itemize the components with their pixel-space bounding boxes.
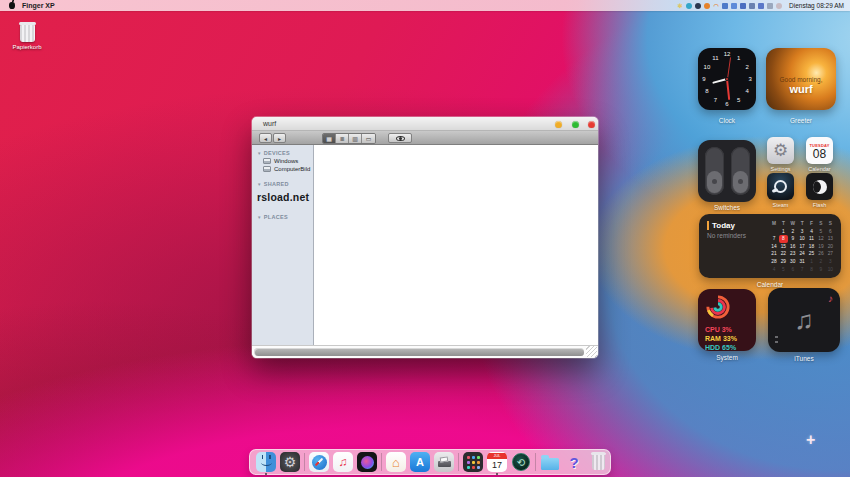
settings-app-icon[interactable]: ⚙ [767,137,794,164]
itunes-widget[interactable]: ♫ ♪ [768,288,840,352]
calendar-day-cell[interactable]: 20 [826,243,835,251]
window-titlebar[interactable]: wurf [252,117,598,131]
trash-icon[interactable] [588,452,608,472]
calendar-day-cell[interactable]: 11 [807,235,816,243]
home-icon[interactable]: ⌂ [386,452,406,472]
sidebar-item-Windows[interactable]: Windows [252,157,313,165]
sidebar-section-header[interactable]: ▼SHARED [252,179,313,188]
flag-icon-2[interactable] [731,3,737,9]
add-widget-button[interactable]: + [806,431,815,449]
calendar-day-cell[interactable]: 30 [788,258,797,266]
dim-status-icon[interactable] [776,3,782,9]
quicklook-button[interactable] [388,133,412,143]
calendar-day-cell[interactable]: 29 [779,258,788,266]
calendar-day-cell[interactable]: 8 [807,266,816,274]
calendar-day-cell[interactable]: 10 [797,235,806,243]
calendar-day-cell[interactable]: 27 [826,250,835,258]
calendar-day-cell[interactable]: 1 [779,228,788,236]
calendar-day-cell[interactable]: 3 [797,228,806,236]
calendar-day-cell[interactable]: 22 [779,250,788,258]
apple-menu-icon[interactable] [9,2,15,9]
music-icon[interactable]: ♫ [333,452,353,472]
calendar-day-cell[interactable]: 26 [816,250,825,258]
calendar-day-cell[interactable]: 12 [816,235,825,243]
calendar-day-cell[interactable] [769,228,778,236]
steam-app-icon[interactable] [767,173,794,200]
system-monitor-widget[interactable]: CPU 3% RAM 33% HDD 65% [698,289,756,351]
calendar-day-cell[interactable]: 1 [807,258,816,266]
view-icons-button[interactable]: ▦ [323,134,336,143]
calendar-day-cell[interactable]: 28 [769,258,778,266]
keyboard-icon[interactable] [749,3,755,9]
menu-bar-clock[interactable]: Dienstag 08:29 AM [789,2,844,9]
view-columns-button[interactable]: ▥ [349,134,362,143]
help-icon[interactable]: ? [564,452,584,472]
view-coverflow-button[interactable]: ▭ [362,134,375,143]
calendar-day-cell[interactable]: 9 [816,266,825,274]
calendar-day-cell[interactable]: 3 [826,258,835,266]
close-button[interactable] [588,121,595,128]
disclosure-triangle-icon[interactable]: ▼ [257,182,262,187]
siri-icon[interactable] [357,452,377,472]
switches-widget[interactable] [698,140,756,202]
forward-button[interactable]: ▸ [273,133,286,143]
globe-icon[interactable] [686,3,692,9]
disclosure-triangle-icon[interactable]: ▼ [257,151,262,156]
horizontal-scrollbar[interactable] [254,348,584,356]
calendar-day-cell[interactable]: 10 [826,266,835,274]
calendar-day-cell[interactable]: 4 [769,266,778,274]
calendar-day-cell[interactable]: 6 [788,266,797,274]
printer-icon[interactable] [434,452,454,472]
calendar-day-cell[interactable]: 4 [807,228,816,236]
star-badge-icon[interactable]: ✼ [677,3,683,9]
calendar-day-cell[interactable]: 25 [807,250,816,258]
minimize-button[interactable] [555,121,562,128]
dock-calendar-icon[interactable]: JUL17 [487,452,507,472]
calendar-day-cell[interactable]: 16 [788,243,797,251]
calendar-day-cell[interactable]: 7 [797,266,806,274]
wifi-icon[interactable]: ◠ [713,3,719,9]
desktop-trash[interactable]: Papierkorb [10,24,44,50]
calendar-day-cell[interactable]: 9 [788,235,797,243]
resize-grip[interactable] [586,346,597,357]
battery-icon[interactable] [767,3,773,9]
calendar-day-cell[interactable]: 18 [807,243,816,251]
toggle-switch-1[interactable] [705,147,724,195]
active-app-name[interactable]: Finger XP [22,2,55,9]
finder-icon[interactable] [256,452,276,472]
safari-icon[interactable] [309,452,329,472]
flag-icon-1[interactable] [722,3,728,9]
calendar-day-cell[interactable]: 14 [769,243,778,251]
app-store-icon[interactable]: A [410,452,430,472]
calendar-day-cell[interactable]: 8 [779,235,788,243]
scrollbar-thumb[interactable] [255,349,584,356]
calendar-day-cell[interactable]: 15 [779,243,788,251]
mini-calendar-icon[interactable]: TUESDAY 08 [806,137,833,164]
calendar-day-cell[interactable]: 5 [816,228,825,236]
calendar-day-cell[interactable]: 17 [797,243,806,251]
calendar-widget[interactable]: Today No reminders MTWTFSS12345678910111… [699,214,841,278]
calendar-day-cell[interactable]: 31 [797,258,806,266]
calendar-day-cell[interactable]: 6 [826,228,835,236]
calendar-day-cell[interactable]: 7 [769,235,778,243]
finder-content-pane[interactable] [314,145,598,345]
time-machine-icon[interactable]: ⟲ [511,452,531,472]
disclosure-triangle-icon[interactable]: ▼ [257,215,262,220]
flash-app-icon[interactable] [806,173,833,200]
calendar-day-cell[interactable]: 19 [816,243,825,251]
calendar-day-cell[interactable]: 21 [769,250,778,258]
toggle-switch-2[interactable] [731,147,750,195]
calendar-day-cell[interactable]: 2 [788,228,797,236]
clock-widget[interactable]: 123456789101112 [698,48,756,110]
greeter-widget[interactable]: Good morning, wurf [766,48,836,110]
downloads-folder-icon[interactable] [540,452,560,472]
calendar-day-cell[interactable]: 13 [826,235,835,243]
calendar-day-cell[interactable]: 23 [788,250,797,258]
sidebar-item-ComputerBild[interactable]: ComputerBild [252,165,313,173]
dark-orb-icon[interactable] [695,3,701,9]
sidebar-section-header[interactable]: ▼PLACES [252,212,313,221]
sidebar-item-rsload.net[interactable]: rsload.net [252,188,313,206]
back-button[interactable]: ◂ [259,133,272,143]
preferences-icon[interactable]: ⚙ [280,452,300,472]
sidebar-section-header[interactable]: ▼DEVICES [252,148,313,157]
